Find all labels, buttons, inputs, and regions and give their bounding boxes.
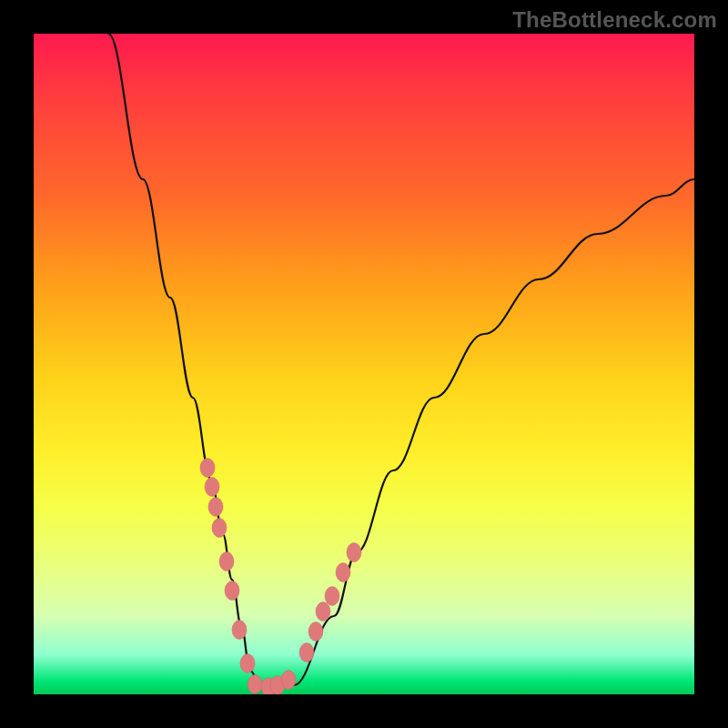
plot-area bbox=[34, 34, 694, 694]
marker-group bbox=[200, 459, 361, 694]
chart-svg bbox=[34, 34, 694, 694]
marker-point bbox=[281, 671, 296, 690]
marker-point bbox=[325, 587, 339, 606]
marker-point bbox=[308, 622, 323, 642]
marker-point bbox=[225, 581, 239, 601]
watermark-text: TheBottleneck.com bbox=[512, 7, 717, 33]
chart-frame: TheBottleneck.com bbox=[0, 0, 728, 728]
marker-point bbox=[232, 621, 247, 640]
marker-point bbox=[316, 602, 330, 622]
marker-point bbox=[299, 643, 314, 662]
marker-point bbox=[240, 654, 255, 673]
marker-point bbox=[248, 675, 262, 694]
marker-point bbox=[208, 498, 223, 517]
marker-point bbox=[336, 563, 350, 582]
marker-point bbox=[205, 478, 219, 497]
curve-line bbox=[108, 34, 694, 687]
marker-point bbox=[219, 552, 234, 571]
marker-point bbox=[200, 459, 215, 478]
marker-point bbox=[212, 519, 227, 538]
marker-point bbox=[347, 543, 361, 562]
